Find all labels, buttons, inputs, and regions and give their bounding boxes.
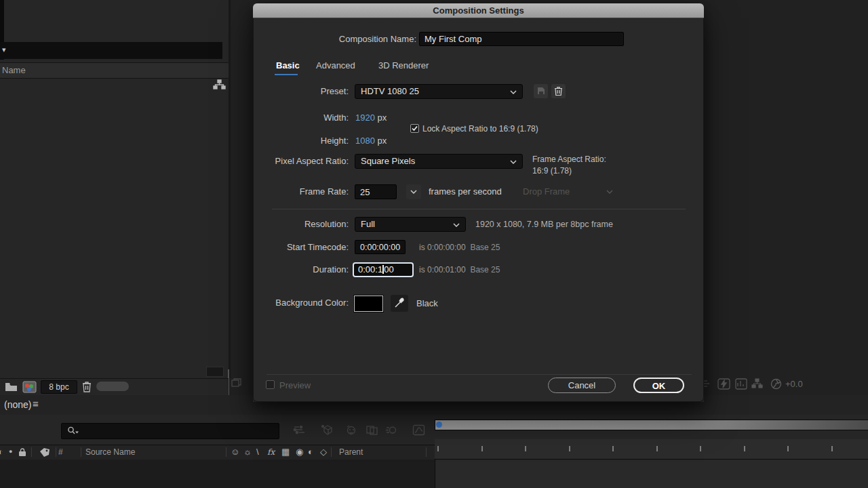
pixel-aspect-ratio-dropdown[interactable]: Square Pixels [355,154,523,169]
resolution-info: 1920 x 1080, 7.9 MB per 8bpc frame [475,217,613,232]
av-eye-icon[interactable]: ◐ [0,447,3,457]
project-panel: ▾ Name [0,0,231,378]
shy-icon[interactable]: ☺ [231,447,239,457]
eyedropper-icon [393,297,406,309]
motion-blur-icon[interactable]: \ [256,447,259,457]
label-tag-icon[interactable] [39,447,50,458]
scrollbar-corner[interactable] [206,367,224,377]
lock-aspect-label: Lock Aspect Ratio to 16:9 (1.78) [422,124,538,134]
shy-toggle-icon[interactable] [345,424,358,436]
dialog-body: Composition Name: My First Comp Basic Ad… [253,18,704,402]
horizontal-scrollbar[interactable] [96,382,129,391]
section-divider [272,209,686,209]
chevron-down-icon [410,190,417,194]
graph-editor-toggle-icon[interactable] [412,424,425,436]
column-parent[interactable]: Parent [339,447,363,457]
frame-rate-label: Frame Rate: [254,184,349,199]
save-preset-icon [536,86,546,96]
motion-blur-toggle-icon[interactable] [385,424,398,436]
column-source-name[interactable]: Source Name [85,447,135,457]
check-icon [411,125,418,132]
duration-input[interactable]: 0:00:100 [353,262,414,277]
layers-toggle-icon[interactable] [231,378,242,389]
lock-icon[interactable] [18,448,26,457]
background-color-swatch[interactable] [354,296,383,312]
frame-aspect-ratio-value: 16:9 (1.78) [532,165,572,176]
dialog-title[interactable]: Composition Settings [253,3,704,18]
frame-blend-toggle-icon[interactable] [366,424,378,436]
lock-aspect-checkbox[interactable] [410,124,419,133]
new-folder-icon[interactable] [5,382,18,392]
frame-blend-icon[interactable]: ☼ [243,447,252,457]
composition-name-label: Composition Name: [281,32,416,47]
graph-editor-icon[interactable] [735,378,747,390]
adjustment-layer-icon[interactable]: ▦ [281,447,290,457]
chevron-down-icon [606,190,613,194]
transparency-icon[interactable]: ◐ [308,447,313,457]
fps-suffix: frames per second [429,184,502,199]
after-effects-app: ▾ Name 8 bpc [0,0,868,488]
duration-value-before-caret: 0:00:1 [358,264,382,274]
drop-frame-dropdown: Drop Frame [523,184,570,199]
project-name-column-header[interactable]: Name [0,62,229,79]
cube-3d-icon[interactable]: ◇ [320,447,327,457]
pixel-aspect-ratio-label: Pixel Aspect Ratio: [254,154,349,169]
duration-info: is 0:00:01:00 Base 25 [419,262,500,277]
preset-dropdown[interactable]: HDTV 1080 25 [355,84,523,99]
flyout-arrow-icon: ▾ [2,45,6,54]
background-color-label: Background Color: [254,296,349,310]
column-hash[interactable]: # [58,447,63,457]
start-timecode-label: Start Timecode: [254,240,349,255]
name-column-label: Name [0,65,26,75]
track-area[interactable] [435,459,868,488]
background-color-name: Black [416,296,438,311]
project-search-bar[interactable]: ▾ [0,42,222,59]
none-label[interactable]: (none) [4,399,31,410]
chevron-down-icon [510,90,517,94]
new-composition-icon[interactable] [22,381,37,393]
chevron-down-icon [453,223,460,227]
resolution-dropdown[interactable]: Full [355,217,466,232]
draft-3d-toggle-icon[interactable] [320,424,333,436]
height-label: Height: [254,134,349,148]
navigator-start-handle[interactable] [436,422,442,428]
delete-preset-button[interactable] [551,84,566,98]
frame-aspect-ratio-label: Frame Aspect Ratio: [532,154,606,165]
hamburger-icon[interactable]: ≡ [33,398,39,409]
flowchart-icon[interactable] [213,79,226,90]
tab-advanced[interactable]: Advanced [316,60,355,70]
tab-3d-renderer[interactable]: 3D Renderer [378,60,429,70]
save-preset-button[interactable] [534,84,548,98]
frame-rate-input[interactable]: 25 [355,184,397,199]
solo-dot-icon[interactable]: ● [9,448,12,455]
time-ruler[interactable] [435,439,868,460]
timeline-column-header: ◐ ● # Source Name ☺ ☼ \ fx ▦ ◉ ◐ ◇ Paren… [0,445,435,460]
comp-flowchart-toggle-icon[interactable] [293,424,307,436]
mini-flowchart-icon[interactable] [751,378,763,389]
width-value[interactable]: 1920 px [355,110,387,125]
tab-basic[interactable]: Basic [276,60,300,70]
search-icon [67,426,79,435]
start-timecode-input[interactable]: 0:00:00:00 [355,240,406,254]
trash-icon[interactable] [82,381,92,392]
fast-previews-icon[interactable] [717,378,730,390]
height-value[interactable]: 1080 px [355,134,387,148]
frame-rate-dropdown-button[interactable] [406,184,421,199]
start-timecode-info: is 0:00:00:00 Base 25 [419,240,500,255]
duration-value-after-caret: 00 [384,264,393,274]
ok-button[interactable]: OK [633,378,684,393]
color-depth-button[interactable]: 8 bpc [41,380,77,394]
footer-divider [267,374,692,375]
cancel-button[interactable]: Cancel [548,378,616,393]
exposure-value[interactable]: +0.0 [785,379,803,389]
timeline-panel: ◐ ● # Source Name ☺ ☼ \ fx ▦ ◉ ◐ ◇ Paren… [0,415,868,488]
fx-icon[interactable]: fx [267,447,275,457]
time-navigator-bar[interactable] [435,420,868,430]
exposure-aperture-icon[interactable] [770,378,782,390]
eyedropper-button[interactable] [391,295,408,312]
timeline-search-input[interactable] [61,423,279,439]
composition-name-input[interactable]: My First Comp [419,32,624,46]
timeline-toggle-buttons [288,424,437,436]
preview-checkbox[interactable] [266,380,275,389]
quality-icon[interactable]: ◉ [296,447,303,457]
